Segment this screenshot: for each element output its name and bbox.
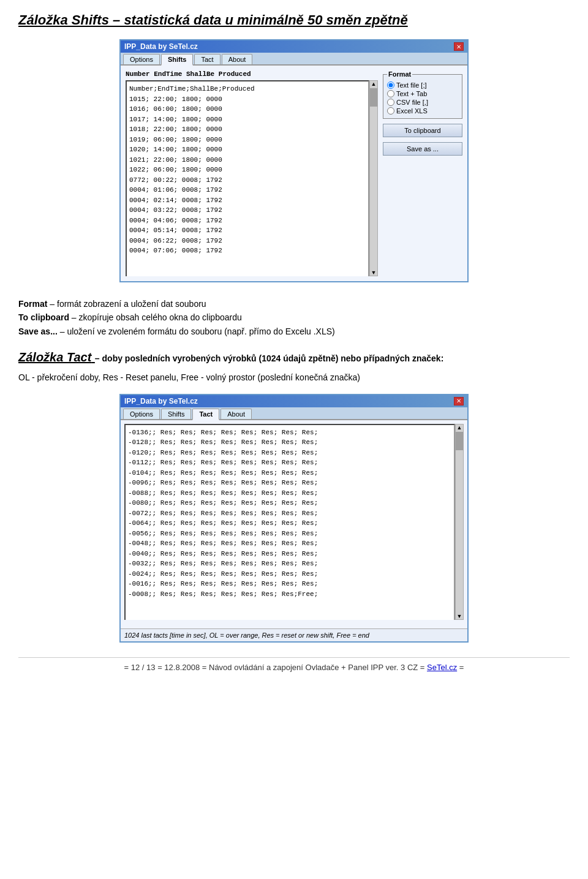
- save-as-button[interactable]: Save as ...: [383, 142, 462, 156]
- format-radio-excel[interactable]: [387, 107, 394, 115]
- tact-table-row: -0040;; Res; Res; Res; Res; Res; Res; Re…: [128, 549, 451, 559]
- scroll-up[interactable]: ▲: [371, 81, 377, 87]
- clipboard-bold: To clipboard: [18, 312, 69, 322]
- tab-tact[interactable]: Tact: [194, 54, 220, 64]
- table-row: 1015; 22:00; 1800; 0000: [129, 94, 366, 105]
- tact-dialog-tabs: Options Shifts Tact About: [121, 407, 467, 420]
- table-row: Number;EndTime;ShallBe;Produced: [129, 84, 366, 94]
- format-radio-text-semicolon[interactable]: [387, 81, 394, 89]
- table-row: 0004; 06:22; 0008; 1792: [129, 236, 366, 246]
- explanation-section: Format – formát zobrazení a uložení dat …: [18, 297, 570, 338]
- table-row: 0004; 02:14; 0008; 1792: [129, 195, 366, 206]
- tact-scroll-up[interactable]: ▲: [457, 424, 462, 431]
- saveas-explanation-text: – uložení ve zvoleném formátu do souboru…: [60, 326, 335, 336]
- format-label-text-tab: Text + Tab: [396, 90, 427, 97]
- tab-shifts[interactable]: Shifts: [161, 54, 194, 66]
- tact-tab-options[interactable]: Options: [123, 409, 160, 419]
- tact-table-row: -0096;; Res; Res; Res; Res; Res; Res; Re…: [128, 478, 451, 488]
- table-row: 0004; 04:06; 0008; 1792: [129, 216, 366, 226]
- table-row: 0004; 03:22; 0008; 1792: [129, 205, 366, 216]
- format-radio-csv[interactable]: [387, 99, 394, 106]
- table-row: 1021; 22:00; 1800; 0000: [129, 155, 366, 165]
- tact-table-row: -0016;; Res; Res; Res; Res; Res; Res; Re…: [128, 579, 451, 589]
- tact-table-row: -0064;; Res; Res; Res; Res; Res; Res; Re…: [128, 518, 451, 529]
- format-legend: Format: [387, 70, 412, 78]
- format-explanation: Format – formát zobrazení a uložení dat …: [18, 297, 570, 311]
- clipboard-explanation: To clipboard – zkopíruje obsah celého ok…: [18, 311, 570, 324]
- format-csv[interactable]: CSV file [,]: [387, 99, 458, 106]
- tact-table-row: -0072;; Res; Res; Res; Res; Res; Res; Re…: [128, 508, 451, 519]
- tact-dialog-titlebar: IPP_Data by SeTel.cz ✕: [121, 395, 467, 407]
- saveas-explanation: Save as... – uložení ve zvoleném formátu…: [18, 325, 570, 338]
- scrollbar[interactable]: ▲ ▼: [369, 80, 378, 276]
- tact-table-row: -0088;; Res; Res; Res; Res; Res; Res; Re…: [128, 488, 451, 499]
- tact-dialog: IPP_Data by SeTel.cz ✕ Options Shifts Ta…: [119, 394, 469, 643]
- table-row: 1017; 14:00; 1800; 0000: [129, 115, 366, 125]
- format-explanation-text: – formát zobrazení a uložení dat souboru: [50, 299, 206, 309]
- format-radio-text-tab[interactable]: [387, 90, 394, 97]
- tact-tab-about[interactable]: About: [221, 409, 252, 419]
- tact-table-row: -0136;; Res; Res; Res; Res; Res; Res; Re…: [128, 428, 451, 438]
- tab-about[interactable]: About: [222, 54, 253, 64]
- format-text-tab[interactable]: Text + Tab: [387, 90, 458, 97]
- tact-data-section: -0136;; Res; Res; Res; Res; Res; Res; Re…: [121, 420, 467, 624]
- footer-text: = 12 / 13 = 12.8.2008 = Návod ovládání a…: [124, 663, 427, 672]
- scroll-down[interactable]: ▼: [371, 270, 377, 276]
- tact-data-list: -0136;; Res; Res; Res; Res; Res; Res; Re…: [124, 424, 455, 620]
- tact-title-text: Záložka Tact: [18, 350, 91, 364]
- tact-dialog-title: IPP_Data by SeTel.cz: [124, 397, 198, 406]
- saveas-bold: Save as...: [18, 326, 58, 336]
- right-panel: Format Text file [;] Text + Tab CSV file…: [383, 70, 462, 276]
- format-label-excel: Excel XLS: [396, 107, 428, 115]
- dialog-tabs: Options Shifts Tact About: [121, 53, 467, 66]
- data-area: Number;EndTime;ShallBe;Produced1015; 22:…: [126, 80, 369, 276]
- tact-section-title: Záložka Tact: [18, 350, 95, 364]
- tact-tab-shifts[interactable]: Shifts: [161, 409, 192, 419]
- tact-scrollbar[interactable]: ▲ ▼: [455, 424, 464, 620]
- format-bold: Format: [18, 299, 47, 309]
- footer-link[interactable]: SeTel.cz: [427, 663, 457, 672]
- tab-options[interactable]: Options: [123, 54, 160, 64]
- format-group: Format Text file [;] Text + Tab CSV file…: [383, 70, 462, 119]
- dialog-close-button[interactable]: ✕: [454, 42, 464, 51]
- dialog-title: IPP_Data by SeTel.cz: [124, 42, 198, 51]
- table-row: 1019; 06:00; 1800; 0000: [129, 135, 366, 145]
- shifts-dialog: IPP_Data by SeTel.cz ✕ Options Shifts Ta…: [119, 39, 469, 282]
- tact-dialog-close-button[interactable]: ✕: [454, 397, 464, 406]
- table-row: 1022; 06:00; 1800; 0000: [129, 165, 366, 175]
- table-header: Number EndTime ShallBe Produced: [126, 70, 378, 78]
- table-row: 0004; 05:14; 0008; 1792: [129, 225, 366, 236]
- data-scroll-container: Number;EndTime;ShallBe;Produced1015; 22:…: [126, 80, 378, 276]
- table-row: 0004; 07:06; 0008; 1792: [129, 246, 366, 256]
- tact-table-row: -0128;; Res; Res; Res; Res; Res; Res; Re…: [128, 437, 451, 448]
- tact-scroll-down[interactable]: ▼: [457, 613, 462, 619]
- tact-table-row: -0008;; Res; Res; Res; Res; Res; Res; Re…: [128, 589, 451, 600]
- tact-table-row: -0048;; Res; Res; Res; Res; Res; Res; Re…: [128, 538, 451, 549]
- tact-table-row: -0024;; Res; Res; Res; Res; Res; Res; Re…: [128, 569, 451, 579]
- format-label-text-semicolon: Text file [;]: [396, 81, 427, 89]
- tact-dialog-body: -0136;; Res; Res; Res; Res; Res; Res; Re…: [121, 420, 467, 641]
- data-list: Number;EndTime;ShallBe;Produced1015; 22:…: [126, 80, 369, 276]
- tact-table-row: -0056;; Res; Res; Res; Res; Res; Res; Re…: [128, 529, 451, 539]
- tact-table-row: -0032;; Res; Res; Res; Res; Res; Res; Re…: [128, 559, 451, 569]
- table-row: 1020; 14:00; 1800; 0000: [129, 145, 366, 155]
- tact-table-row: -0120;; Res; Res; Res; Res; Res; Res; Re…: [128, 448, 451, 458]
- format-excel[interactable]: Excel XLS: [387, 107, 458, 115]
- tact-scroll-container: -0136;; Res; Res; Res; Res; Res; Res; Re…: [124, 424, 464, 620]
- clipboard-explanation-text: – zkopíruje obsah celého okna do clipboa…: [72, 312, 242, 322]
- tact-scrollbar-thumb[interactable]: [456, 432, 463, 450]
- format-label-csv: CSV file [,]: [396, 99, 428, 106]
- table-row: 0772; 00:22; 0008; 1792: [129, 175, 366, 186]
- table-row: 0004; 01:06; 0008; 1792: [129, 185, 366, 195]
- to-clipboard-button[interactable]: To clipboard: [383, 124, 462, 137]
- tact-table-row: -0104;; Res; Res; Res; Res; Res; Res; Re…: [128, 468, 451, 478]
- scrollbar-thumb[interactable]: [370, 88, 377, 107]
- format-text-semicolon[interactable]: Text file [;]: [387, 81, 458, 89]
- tact-tab-tact[interactable]: Tact: [192, 409, 219, 420]
- tact-table-row: -0112;; Res; Res; Res; Res; Res; Res; Re…: [128, 458, 451, 468]
- data-section: Number EndTime ShallBe Produced Number;E…: [126, 70, 378, 276]
- tact-footer-note: 1024 last tacts [time in sec], OL = over…: [121, 628, 467, 641]
- dialog-body: Number EndTime ShallBe Produced Number;E…: [121, 66, 467, 281]
- tact-subtitle: – doby posledních vyrobených výrobků (10…: [95, 353, 443, 363]
- table-row: 1018; 22:00; 1800; 0000: [129, 124, 366, 135]
